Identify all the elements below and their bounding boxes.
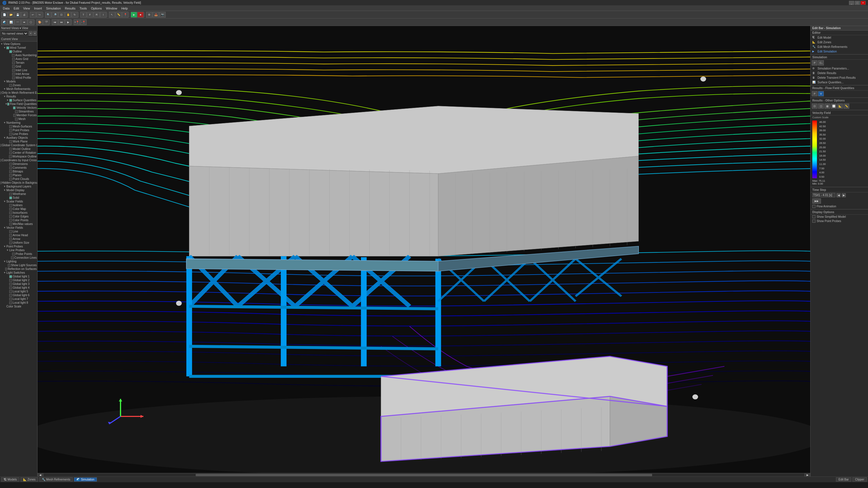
tb-zoom-in[interactable]: 🔍 <box>45 12 51 18</box>
tb-redo[interactable]: ↪ <box>36 12 43 18</box>
timestep-next[interactable]: ▶ <box>842 193 846 197</box>
menu-insert[interactable]: Insert <box>32 6 44 10</box>
tree-checkbox-color-map[interactable] <box>9 208 12 210</box>
tree-item-dimensions[interactable]: Dimensions <box>0 162 37 166</box>
tree-item-mesh-refinements[interactable]: ▼Mesh Refinements <box>0 87 37 91</box>
tree-checkbox-isoline[interactable] <box>9 204 12 207</box>
viewport[interactable]: ◀ ▶ <box>37 26 810 477</box>
tree-checkbox-isosurfaces[interactable] <box>9 212 12 214</box>
surface-quantities-item[interactable]: 📊 Surface Quantities... <box>811 80 868 85</box>
tree-checkbox-point-probes[interactable] <box>9 129 12 132</box>
tb-pan[interactable]: ✋ <box>65 12 71 18</box>
sim-tb-btn-1[interactable]: P <box>812 60 817 65</box>
tree-checkbox-color-edges[interactable] <box>9 215 12 218</box>
tree-item-arrow[interactable]: Arrow <box>0 237 37 241</box>
tree-checkbox-show-light-sources[interactable] <box>8 264 10 267</box>
tb2-streamlines[interactable]: 〰 <box>14 19 21 25</box>
editbar-btn[interactable]: Edit Bar <box>836 477 851 482</box>
tree-item-surface-quantities[interactable]: ▼Surface Quantities <box>0 98 37 102</box>
tree-checkbox-arrow-head[interactable] <box>9 234 12 237</box>
menu-edit[interactable]: Edit <box>12 6 21 10</box>
tree-item-solid[interactable]: Solid <box>0 196 37 200</box>
tree-checkbox-local-light5[interactable] <box>9 290 12 293</box>
tree-item-vector-fields[interactable]: ▼Vector Fields <box>0 226 37 230</box>
tree-checkbox-axes-numbering[interactable] <box>12 54 15 57</box>
menu-help[interactable]: Help <box>120 6 130 10</box>
close-button[interactable]: ✕ <box>861 1 866 5</box>
tree-item-isoline[interactable]: Isolines <box>0 203 37 207</box>
tree-item-local-light8[interactable]: Local light 8 <box>0 301 37 304</box>
flow-tb-btn-p[interactable]: P <box>812 91 817 96</box>
tree-item-arrow-head[interactable]: Arrow Head <box>0 233 37 237</box>
tab-zones[interactable]: 📐 Zones <box>21 477 38 482</box>
tb-export[interactable]: 📤 <box>153 12 159 18</box>
tree-item-inlet-line[interactable]: Inlet Line <box>0 68 37 72</box>
tree-checkbox-planes[interactable] <box>9 174 12 177</box>
tb-view-front[interactable]: F <box>87 12 93 18</box>
tree-checkbox-minmax-values[interactable] <box>9 223 12 226</box>
clipper-btn[interactable]: Clipper <box>852 477 867 482</box>
menu-view[interactable]: View <box>21 6 32 10</box>
tree-item-wind-tunnel[interactable]: ▼Wind Tunnel <box>0 46 37 50</box>
flow-animation-checkbox[interactable] <box>812 205 815 208</box>
edit-model-item[interactable]: 🏗 Edit Model <box>811 35 868 40</box>
tree-checkbox-point-clouds[interactable] <box>9 178 12 181</box>
tb-view-right[interactable]: R <box>93 12 100 18</box>
tree-checkbox-wind-tunnel[interactable] <box>6 46 9 49</box>
tree-item-mesh[interactable]: Mesh <box>0 117 37 121</box>
tree-checkbox-global-light2[interactable] <box>9 279 12 282</box>
tb2-time-prev[interactable]: ⏮ <box>52 19 58 25</box>
tree-checkbox-arrow[interactable] <box>9 238 12 240</box>
tree-item-global-coord[interactable]: Global Coordinate System (flo <box>0 143 37 147</box>
tree-checkbox-global-coord[interactable] <box>1 144 1 147</box>
tree-checkbox-global-light3[interactable] <box>9 283 12 286</box>
tb-open[interactable]: 📂 <box>8 12 14 18</box>
tree-item-zones[interactable]: Zones <box>0 83 37 87</box>
tree-item-axes-numbering[interactable]: Axes Numbering <box>0 53 37 57</box>
tree-item-results[interactable]: ▼Results <box>0 95 37 98</box>
tree-item-local-light5[interactable]: Local light 5 <box>0 290 37 293</box>
tb2-probe-add[interactable]: +📍 <box>73 19 80 25</box>
tree-item-light-switches[interactable]: ▼Light Switches <box>0 271 37 274</box>
delete-transient-item[interactable]: 🗑 Delete Transient Post-Results <box>811 75 868 80</box>
tree-checkbox-member-forces[interactable] <box>13 114 16 117</box>
tree-checkbox-hidden-objects[interactable] <box>1 182 1 184</box>
tree-item-terrain[interactable]: Terrain <box>0 61 37 65</box>
timestep-input[interactable] <box>812 193 835 197</box>
tb-view-iso[interactable]: I <box>100 12 106 18</box>
tree-item-auxiliary-objects[interactable]: ▼Auxiliary Objects <box>0 136 37 139</box>
tree-checkbox-probe-points[interactable] <box>12 253 15 256</box>
tree-item-flow-field-quantities[interactable]: ▼Flow Field Quantities <box>0 102 37 106</box>
tree-checkbox-only-in-mesh[interactable] <box>1 91 1 94</box>
tree-item-only-in-mesh[interactable]: Only in Mesh Refinement Edito <box>0 91 37 95</box>
tree-checkbox-bitmaps[interactable] <box>9 170 12 173</box>
tree-checkbox-axes-grid[interactable] <box>12 58 15 61</box>
tb-new[interactable]: 📄 <box>1 12 7 18</box>
tb-settings[interactable]: ⚙ <box>146 12 152 18</box>
tree-item-outline[interactable]: Outline <box>0 50 37 53</box>
tree-item-global-light2[interactable]: Global light 2 <box>0 278 37 282</box>
menu-simulation[interactable]: Simulation <box>44 6 62 10</box>
tab-mesh-refinements[interactable]: 🔧 Mesh Refinements <box>39 477 73 482</box>
menu-tools[interactable]: Tools <box>78 6 89 10</box>
tree-checkbox-terrain[interactable] <box>12 61 15 64</box>
named-views-select[interactable]: No named views <box>1 31 28 36</box>
tree-item-member-forces[interactable]: Member Forces <box>0 113 37 117</box>
tb2-color-bar[interactable]: 🎨 <box>36 19 43 25</box>
tree-checkbox-streamlines[interactable] <box>15 110 18 113</box>
tab-simulation[interactable]: 🌊 Simulation <box>74 477 97 482</box>
tree-checkbox-surface-quantities[interactable] <box>9 99 12 102</box>
tree-item-color-points[interactable]: Color Points <box>0 218 37 222</box>
tb2-results-surface[interactable]: 📊 <box>8 19 14 25</box>
tb-select[interactable]: ↖ <box>109 12 115 18</box>
tree-item-color-edges[interactable]: Color Edges <box>0 215 37 218</box>
tree-checkbox-center-of-rotation[interactable] <box>9 152 12 154</box>
tree-item-scalar-fields[interactable]: ▼Scalar Fields <box>0 200 37 203</box>
tb2-probe-remove[interactable]: -📍 <box>80 19 87 25</box>
tree-checkbox-global-light6[interactable] <box>9 294 12 297</box>
tree-item-model-outline[interactable]: Model Outline <box>0 147 37 151</box>
tree-checkbox-solid[interactable] <box>9 196 12 199</box>
menu-results[interactable]: Results <box>63 6 78 10</box>
tb-sim-stop[interactable]: ■ <box>137 12 144 18</box>
show-simplified-checkbox[interactable] <box>812 215 815 218</box>
